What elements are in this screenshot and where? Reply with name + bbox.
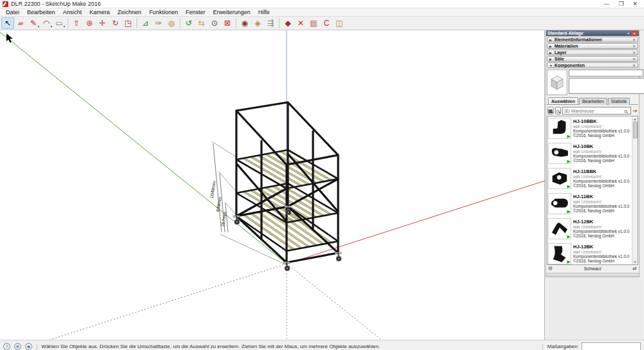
move-tool[interactable]: ✛ — [96, 17, 109, 29]
look-around-tool[interactable]: ◈ — [251, 17, 264, 29]
zoom-extents-tool[interactable]: ⊠ — [221, 17, 234, 29]
search-icon[interactable]: ⚲ — [623, 106, 631, 115]
scroll-down-icon[interactable]: ▼ — [634, 259, 637, 264]
component-description-field[interactable] — [569, 78, 644, 94]
tray-section-komponenten[interactable]: ▼Komponenten✕ — [547, 62, 638, 68]
menu-zeichnen[interactable]: Zeichnen — [114, 8, 146, 16]
tray-section-materialien[interactable]: ▶Materialien✕ — [547, 43, 638, 49]
menu-datei[interactable]: Datei — [2, 8, 23, 16]
tab-auswählen[interactable]: Auswählen — [548, 97, 578, 104]
tray-section-layer[interactable]: ▶Layer✕ — [547, 50, 638, 55]
menu-erweiterungen[interactable]: Erweiterungen — [209, 8, 254, 16]
shapes-tool[interactable]: ▭▾ — [53, 17, 66, 29]
menu-bearbeiten[interactable]: Bearbeiten — [23, 8, 59, 16]
tray-section-stile[interactable]: ▶Stile✕ — [547, 56, 638, 62]
dimension-tool[interactable]: ✑ — [152, 17, 165, 29]
tab-bearbeiten[interactable]: Bearbeiten — [579, 98, 607, 105]
credit-icon[interactable]: ⊕ — [14, 343, 21, 350]
warehouse-search-input[interactable] — [563, 109, 624, 113]
arc-tool[interactable]: ◠▾ — [40, 17, 53, 29]
select-tool[interactable]: ↖ — [1, 17, 14, 29]
component-item-hj-10bbk[interactable]: ▶HJ-10BBKvon UnbekanntKomponentenbibliot… — [547, 116, 632, 142]
section-close-icon[interactable]: ✕ — [632, 37, 636, 42]
close-button[interactable]: ✕ — [632, 1, 638, 7]
tray-pin-icon[interactable]: ▾ — [627, 31, 629, 35]
minimize-button[interactable]: — — [603, 1, 609, 7]
refresh-tool[interactable]: C — [320, 17, 333, 29]
menu-funktionen[interactable]: Funktionen — [146, 8, 182, 16]
list-scrollbar[interactable]: ▲ ▼ — [632, 116, 638, 264]
green-axis — [0, 32, 287, 264]
scrollbar-thumb[interactable] — [633, 122, 638, 138]
rack-model[interactable] — [233, 102, 341, 271]
scenes-tool[interactable]: ▤ — [307, 17, 320, 29]
component-item-hj-12bk[interactable]: ▶HJ-12BKvon UnbekanntKomponentenbiblioth… — [547, 217, 632, 242]
orbit-tool[interactable]: ↺ — [182, 17, 195, 29]
component-thumbnail[interactable]: ▶ — [548, 243, 571, 264]
component-item-hj-10bk[interactable]: ▶HJ-10BKvon UnbekanntKomponentenbiblioth… — [547, 142, 632, 167]
forward-arrow-button[interactable]: ➔ — [632, 107, 638, 115]
home-button[interactable]: ⌂▾ — [555, 107, 561, 115]
offset-tool[interactable]: ⊛ — [83, 17, 96, 29]
red-axis — [287, 181, 545, 264]
section-close-icon[interactable]: ✕ — [632, 44, 636, 48]
component-thumbnail[interactable]: ▶ — [548, 143, 571, 164]
tray-resize-handle[interactable] — [546, 273, 639, 277]
user-icon[interactable]: ☻ — [25, 343, 32, 350]
section-plane-tool[interactable]: ◆ — [281, 17, 294, 29]
paint-bucket-tool[interactable]: ◍ — [165, 17, 178, 29]
model-viewport[interactable]: 1049mm 849mm 257mm — [0, 30, 545, 340]
component-thumbnail[interactable]: ▶ — [548, 168, 571, 189]
component-tool[interactable]: ◫ — [333, 17, 346, 29]
component-library: Komponentenbibliothek v1.0.0 — [573, 204, 631, 208]
component-item-hj-13bk[interactable]: ▶HJ-13BKvon UnbekanntKomponentenbiblioth… — [547, 242, 632, 265]
view-options-button[interactable]: ▦▾ — [547, 107, 554, 115]
walk-tool[interactable]: ⇶ — [264, 17, 277, 29]
toolbar-separator — [68, 18, 68, 28]
delete-tool[interactable]: ✕ — [294, 17, 307, 29]
footer-gear-icon[interactable]: ⚙ — [548, 266, 553, 272]
scroll-up-icon[interactable]: ▲ — [634, 116, 637, 122]
tray-close-button[interactable]: ✕ — [631, 31, 638, 35]
dynamic-component-icon: ▶ — [567, 134, 571, 138]
components-list: ▶HJ-10BBKvon UnbekanntKomponentenbibliot… — [547, 116, 638, 265]
component-thumbnail[interactable]: ▶ — [548, 193, 571, 214]
component-author: von Unbekannt — [573, 124, 631, 129]
component-preview[interactable] — [547, 69, 567, 95]
warehouse-search-box: ⚲ — [562, 107, 631, 115]
component-thumbnail[interactable]: ▶ — [548, 218, 571, 239]
component-copyright: ©2016, Neolog GmbH — [573, 133, 631, 138]
eraser-tool[interactable]: ▰ — [14, 17, 27, 29]
pushpull-tool[interactable]: ⇧ — [70, 17, 83, 29]
components-panel: AuswählenBearbeitenStatistik ▦▾ ⌂▾ ⚲ ➔ ▶… — [546, 68, 639, 272]
tray-header[interactable]: Standard-Ablage ▾ ✕ — [546, 30, 639, 36]
footer-swap-icon[interactable]: ⇄ — [632, 266, 637, 272]
menu-kamera[interactable]: Kamera — [86, 8, 114, 16]
menu-fenster[interactable]: Fenster — [182, 8, 209, 16]
maximize-button[interactable]: ❒ — [618, 1, 623, 7]
geolocation-icon[interactable]: ? — [3, 343, 10, 350]
dynamic-component-icon: ▶ — [567, 234, 571, 239]
tape-measure-tool[interactable]: ⊿ — [139, 17, 152, 29]
section-close-icon[interactable]: ✕ — [632, 50, 636, 55]
component-library: Komponentenbibliothek v1.0.0 — [573, 179, 631, 183]
rotate-tool[interactable]: ↻ — [109, 17, 122, 29]
section-close-icon[interactable]: ✕ — [632, 57, 636, 61]
default-tray: Standard-Ablage ▾ ✕ ▶Elementinformatione… — [545, 30, 639, 277]
scale-tool[interactable]: ◳ — [122, 17, 135, 29]
component-item-hj-11bbk[interactable]: ▶HJ-11BBKvon UnbekanntKomponentenbibliot… — [547, 167, 632, 192]
tab-statistik[interactable]: Statistik — [608, 98, 630, 105]
pan-tool[interactable]: ⇆ — [195, 17, 208, 29]
measurements-input[interactable] — [582, 342, 641, 350]
component-item-hj-11bk[interactable]: ▶HJ-11BKvon UnbekanntKomponentenbiblioth… — [547, 192, 632, 217]
menu-ansicht[interactable]: Ansicht — [59, 8, 86, 16]
component-thumbnail[interactable]: ▶ — [548, 118, 571, 139]
line-tool[interactable]: ✎▾ — [27, 17, 40, 29]
section-label: Elementinformationen — [554, 37, 630, 42]
section-close-icon[interactable]: ✕ — [632, 63, 636, 68]
menu-hilfe[interactable]: Hilfe — [254, 8, 274, 16]
position-camera-tool[interactable]: ◉ — [238, 17, 251, 29]
tray-section-elementinformationen[interactable]: ▶Elementinformationen✕ — [547, 37, 638, 42]
component-name-field[interactable] — [569, 69, 643, 77]
zoom-tool[interactable]: ⊙ — [208, 17, 221, 29]
